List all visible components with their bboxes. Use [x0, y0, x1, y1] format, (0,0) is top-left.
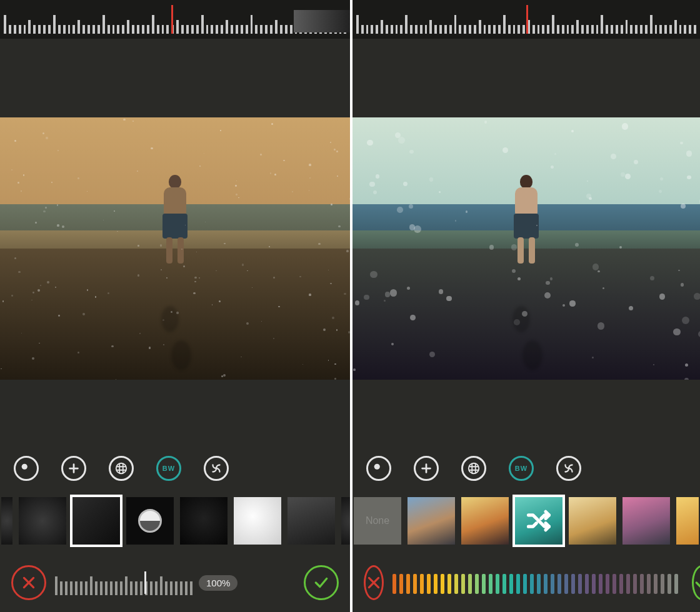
bottom-bar — [352, 557, 700, 612]
spectrum-tick — [454, 574, 458, 594]
spectrum-tick — [475, 574, 479, 594]
plus-icon — [419, 461, 433, 475]
texture-5[interactable] — [232, 496, 282, 546]
spectrum-tick — [640, 574, 644, 594]
preview-image[interactable] — [0, 117, 350, 380]
spectrum-tick — [578, 574, 582, 594]
spectrum-tick — [516, 574, 520, 594]
spectrum-tick — [668, 574, 671, 594]
spectrum-tick — [537, 574, 541, 594]
spectrum-tick — [530, 574, 534, 594]
shuffle-icon — [515, 497, 562, 545]
spectrum-tick — [482, 574, 486, 594]
spectrum-tick — [633, 574, 637, 594]
spectrum-tick — [413, 574, 417, 594]
spectrum-tick — [461, 574, 465, 594]
subject-boy — [508, 175, 545, 269]
svg-point-4 — [374, 464, 380, 470]
spectrum-tick — [647, 574, 651, 594]
spectrum-tick — [392, 574, 396, 594]
svg-point-2 — [116, 463, 127, 474]
ruler-marker[interactable] — [171, 5, 173, 34]
spectrum-tick — [441, 574, 444, 594]
grid-icon — [114, 461, 128, 475]
none-label: None — [354, 497, 401, 545]
confirm-button[interactable] — [692, 565, 700, 600]
spectrum-tick — [399, 574, 403, 594]
texture-3[interactable] — [125, 496, 175, 546]
intensity-value: 100% — [199, 575, 238, 591]
swirl-tool[interactable] — [204, 456, 229, 481]
texture-2[interactable] — [71, 496, 121, 546]
spectrum-tick — [523, 574, 527, 594]
swirl-icon — [209, 461, 223, 475]
spectrum-tick — [654, 574, 658, 594]
intensity-cursor[interactable] — [144, 571, 146, 594]
subject-boy — [156, 175, 194, 269]
texture-7[interactable] — [340, 496, 350, 546]
texture-thumbnails — [0, 493, 350, 548]
gradient-6[interactable] — [675, 496, 700, 546]
confirm-button[interactable] — [304, 565, 339, 600]
ruler-shade — [294, 10, 350, 32]
texture-4[interactable] — [179, 496, 229, 546]
gradient-thumbnails: None — [352, 493, 700, 548]
vignette-tool[interactable] — [366, 456, 391, 481]
spectrum-tick — [544, 574, 548, 594]
spectrum-tick — [502, 574, 506, 594]
svg-point-1 — [22, 464, 28, 470]
spectrum-tick — [551, 574, 554, 594]
spectrum-tick — [564, 574, 568, 594]
spectrum-tick — [420, 574, 424, 594]
preview-image[interactable] — [352, 117, 700, 380]
gradient-none[interactable]: None — [352, 496, 402, 546]
spectrum-tick — [674, 574, 678, 594]
add-tool[interactable] — [61, 456, 86, 481]
spectrum-tick — [434, 574, 438, 594]
editor-pane-right: BW None — [352, 0, 700, 612]
spectrum-tick — [448, 574, 451, 594]
spectrum-tick — [406, 574, 410, 594]
cancel-button[interactable] — [364, 565, 384, 600]
spectrum-tick — [661, 574, 664, 594]
add-tool[interactable] — [414, 456, 439, 481]
ruler-marker[interactable] — [526, 5, 528, 34]
swirl-tool[interactable] — [556, 456, 581, 481]
circle-dot-icon — [372, 461, 386, 475]
bw-tool[interactable]: BW — [509, 456, 534, 481]
spectrum-tick — [558, 574, 561, 594]
gradient-5[interactable] — [621, 496, 671, 546]
spectrum-tick — [496, 574, 499, 594]
spectrum-tick — [626, 574, 630, 594]
spectrum-tick — [606, 574, 609, 594]
gradient-1[interactable] — [406, 496, 456, 546]
texture-6[interactable] — [286, 496, 336, 546]
spectrum-tick — [468, 574, 472, 594]
grid-icon — [467, 461, 481, 475]
spectrum-tick — [619, 574, 623, 594]
spectrum-tick — [599, 574, 602, 594]
top-ruler[interactable] — [0, 0, 350, 39]
circle-dot-icon — [19, 461, 33, 475]
grid-tool[interactable] — [461, 456, 486, 481]
top-ruler[interactable] — [352, 0, 700, 39]
spectrum-tick — [509, 574, 513, 594]
vignette-tool[interactable] — [14, 456, 39, 481]
gradient-shuffle[interactable] — [514, 496, 564, 546]
texture-1[interactable] — [18, 496, 68, 546]
intensity-slider[interactable] — [55, 570, 199, 595]
editor-pane-left: BW 100% — [0, 0, 350, 612]
texture-0[interactable] — [0, 496, 14, 546]
cancel-button[interactable] — [11, 565, 46, 600]
grid-tool[interactable] — [109, 456, 134, 481]
gradient-4[interactable] — [568, 496, 618, 546]
spectrum-tick — [427, 574, 431, 594]
plus-icon — [67, 461, 81, 475]
gradient-2[interactable] — [460, 496, 510, 546]
color-spectrum-slider[interactable] — [392, 571, 683, 594]
spectrum-tick — [489, 574, 492, 594]
tool-row: BW — [0, 451, 350, 486]
svg-point-5 — [469, 463, 479, 474]
tool-row: BW — [352, 451, 700, 486]
bw-tool[interactable]: BW — [156, 456, 181, 481]
